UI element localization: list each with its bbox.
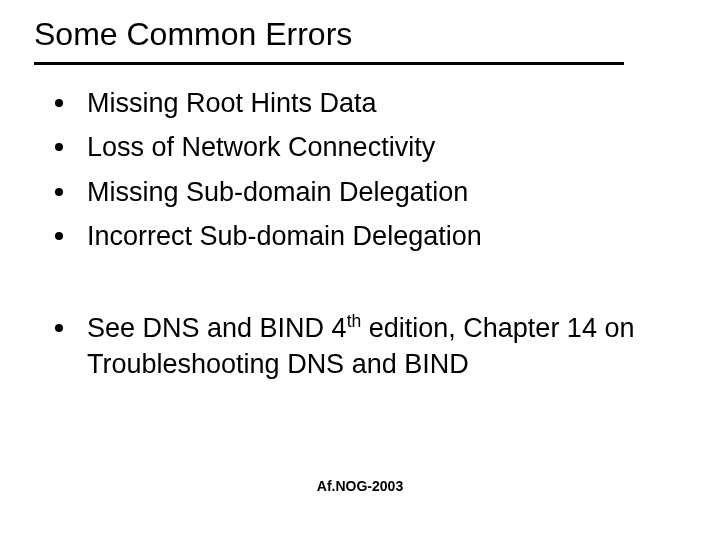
title-underline	[34, 62, 624, 65]
bullet-text: Missing Sub-domain Delegation	[87, 174, 468, 210]
list-item: Missing Sub-domain Delegation	[55, 174, 665, 210]
bullet-text: See DNS and BIND 4th edition, Chapter 14…	[87, 310, 675, 383]
bullet-text: Incorrect Sub-domain Delegation	[87, 218, 482, 254]
slide: Some Common Errors Missing Root Hints Da…	[0, 0, 720, 540]
slide-title: Some Common Errors	[34, 16, 352, 53]
list-item: Incorrect Sub-domain Delegation	[55, 218, 665, 254]
bullet-text: Loss of Network Connectivity	[87, 129, 435, 165]
list-item: Missing Root Hints Data	[55, 85, 665, 121]
bullet-icon	[55, 143, 63, 151]
bullet-list-reference: See DNS and BIND 4th edition, Chapter 14…	[55, 310, 675, 391]
bullet-list-main: Missing Root Hints Data Loss of Network …	[55, 85, 665, 263]
bullet-icon	[55, 232, 63, 240]
list-item: See DNS and BIND 4th edition, Chapter 14…	[55, 310, 675, 383]
bullet-icon	[55, 188, 63, 196]
bullet-icon	[55, 99, 63, 107]
ref-pre: See DNS and BIND 4	[87, 313, 347, 343]
bullet-text: Missing Root Hints Data	[87, 85, 377, 121]
list-item: Loss of Network Connectivity	[55, 129, 665, 165]
bullet-icon	[55, 324, 63, 332]
slide-footer: Af.NOG-2003	[0, 478, 720, 494]
ref-superscript: th	[347, 311, 362, 331]
